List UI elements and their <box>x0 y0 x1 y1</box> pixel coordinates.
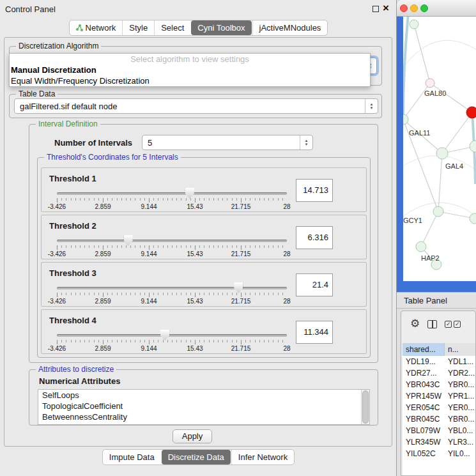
minimize-traffic-light[interactable] <box>410 4 418 12</box>
bottom-tab-bar: Impute Data Discretize Data Infer Networ… <box>0 449 397 465</box>
zoom-traffic-light[interactable] <box>420 4 428 12</box>
table-row[interactable]: YIL052CYIL0... <box>403 448 475 459</box>
columns-icon[interactable] <box>427 320 437 328</box>
threshold-slider-1[interactable]: -3.426 2.859 9.144 15.43 21.715 28 <box>57 190 287 211</box>
network-node[interactable] <box>470 141 476 152</box>
table-row[interactable]: YER054CYER0... <box>403 402 475 413</box>
network-node-selected-red[interactable] <box>466 107 476 118</box>
tab-network[interactable]: Network <box>70 20 123 35</box>
table-row[interactable]: YLR345WYLR3... <box>403 436 475 448</box>
numerical-attributes-list[interactable]: SelfLoops TopologicalCoefficient Between… <box>38 389 370 425</box>
tab-discretize-data[interactable]: Discretize Data <box>162 450 231 464</box>
combobox-stepper[interactable]: ▲ ▼ <box>365 99 378 113</box>
list-scrollbar[interactable] <box>361 390 369 424</box>
node-label-gal11: GAL11 <box>409 129 430 137</box>
column-header-shared-name[interactable]: shared... <box>403 343 445 356</box>
scale-label: 15.43 <box>187 203 203 210</box>
threshold-value-field[interactable]: 14.713 <box>296 179 333 202</box>
list-item[interactable]: SelfLoops <box>38 390 369 401</box>
network-canvas[interactable]: GAL80 GAL11 GAL4 GCY1 HAP2 <box>403 17 476 281</box>
table-cell[interactable]: YIL0... <box>445 448 475 459</box>
close-icon[interactable]: × <box>383 1 389 15</box>
close-traffic-light[interactable] <box>400 4 408 12</box>
table-row[interactable]: YDR27...YDR2... <box>403 367 475 379</box>
tab-cyni-toolbox[interactable]: Cyni Toolbox <box>191 20 251 35</box>
threshold-value-field[interactable]: 21.4 <box>296 273 333 296</box>
list-item[interactable]: TopologicalCoefficient <box>38 401 369 411</box>
float-window-icon[interactable] <box>372 6 379 12</box>
table-cell[interactable]: YPR1... <box>445 390 475 402</box>
table-cell[interactable]: YBR043C <box>403 379 445 390</box>
dropdown-option-equal-width-frequency[interactable]: Equal Width/Frequency Discretization <box>10 75 370 86</box>
table-data-combobox[interactable]: galFiltered.sif default node ▲ ▼ <box>14 98 378 114</box>
scale-label: 28 <box>283 203 290 210</box>
list-item[interactable]: BetweennessCentrality <box>38 411 369 422</box>
checkbox-icon[interactable]: ✓ <box>454 321 461 328</box>
tab-jactivemnodules[interactable]: jActiveMNodules <box>252 20 328 35</box>
network-icon <box>76 24 83 31</box>
threshold-slider-3[interactable]: -3.426 2.859 9.144 15.43 21.715 28 <box>57 284 287 306</box>
table-row[interactable]: YBR043CYBR0... <box>403 379 475 390</box>
network-node[interactable] <box>416 242 426 252</box>
table-cell[interactable]: YBL0... <box>445 425 475 436</box>
table-row[interactable]: YBR045CYBR0... <box>403 413 475 425</box>
top-tab-bar: Network Style Select Cyni Toolbox jActiv… <box>0 20 397 36</box>
threshold-thumb-2[interactable] <box>234 282 243 293</box>
gear-icon[interactable]: ⚙ <box>410 318 420 330</box>
algorithm-group-title: Discretization Algorithm <box>16 42 101 50</box>
slider-track[interactable] <box>57 334 287 337</box>
attributes-group: Attributes to discretize Numerical Attri… <box>29 369 378 426</box>
table-cell[interactable]: YDL19... <box>403 356 445 367</box>
threshold-thumb-0[interactable] <box>185 188 194 199</box>
network-node-gal4[interactable] <box>436 148 448 159</box>
tab-label: Style <box>129 23 148 33</box>
table-cell[interactable]: YDR2... <box>445 367 475 379</box>
table-cell[interactable]: YIL052C <box>403 448 445 459</box>
combobox-stepper[interactable]: ▲ ▼ <box>300 135 312 150</box>
threshold-slider-2[interactable]: -3.426 2.859 9.144 15.43 21.715 28 <box>57 237 287 259</box>
number-of-intervals-combobox[interactable]: 5 ▲ ▼ <box>142 135 313 150</box>
table-cell[interactable]: YER0... <box>445 402 475 413</box>
tab-infer-network[interactable]: Infer Network <box>231 450 294 464</box>
dropdown-option-manual-discretization[interactable]: Manual Discretization <box>10 65 370 75</box>
threshold-slider-4[interactable]: -3.426 2.859 9.144 15.43 21.715 28 <box>57 332 287 353</box>
top-tab-group: Network Style Select Cyni Toolbox jActiv… <box>69 20 328 36</box>
attributes-group-title: Attributes to discretize <box>36 365 116 374</box>
column-header-name[interactable]: n... <box>445 343 475 356</box>
scale-label: 28 <box>283 345 290 352</box>
table-cell[interactable]: YDR27... <box>403 367 445 379</box>
table-cell[interactable]: YLR3... <box>445 436 475 448</box>
network-node-gal80[interactable] <box>426 79 434 88</box>
table-row[interactable]: YBL079WYBL0... <box>403 425 475 436</box>
threshold-thumb-1[interactable] <box>124 235 133 246</box>
scrollbar-thumb[interactable] <box>362 390 369 424</box>
threshold-thumb-3[interactable] <box>160 330 169 341</box>
table-cell[interactable]: YBL079W <box>403 425 445 436</box>
threshold-value-field[interactable]: 11.344 <box>296 321 333 344</box>
slider-track[interactable] <box>57 287 287 289</box>
apply-button[interactable]: Apply <box>173 429 212 443</box>
network-node-gcy1[interactable] <box>433 206 443 217</box>
scale-label: 2.859 <box>95 298 111 305</box>
table-cell[interactable]: YPR145W <box>403 390 445 402</box>
tab-select[interactable]: Select <box>154 20 190 35</box>
table-cell[interactable]: YBR0... <box>445 413 475 425</box>
tab-style[interactable]: Style <box>122 20 154 35</box>
table-cell[interactable]: YLR345W <box>403 436 445 448</box>
table-cell[interactable]: YBR0... <box>445 379 475 390</box>
network-view-window: GAL80 GAL11 GAL4 GCY1 HAP2 <box>397 0 476 292</box>
threshold-label: Threshold 4 <box>49 316 96 325</box>
checkbox-icon[interactable]: ✓ <box>445 321 452 328</box>
table-cell[interactable]: YDL1... <box>445 356 475 367</box>
slider-track[interactable] <box>57 240 287 242</box>
table-row[interactable]: YPR145WYPR1... <box>403 390 475 402</box>
table-cell[interactable]: YBR045C <box>403 413 445 425</box>
slider-track[interactable] <box>57 192 287 195</box>
table-row[interactable]: YDL19...YDL1... <box>403 356 475 367</box>
table-cell[interactable]: YER054C <box>403 402 445 413</box>
network-node[interactable] <box>410 20 418 29</box>
threshold-value-field[interactable]: 6.316 <box>296 226 333 249</box>
tab-impute-data[interactable]: Impute Data <box>103 450 161 464</box>
network-node[interactable] <box>470 213 476 224</box>
tab-label: Impute Data <box>109 452 155 462</box>
